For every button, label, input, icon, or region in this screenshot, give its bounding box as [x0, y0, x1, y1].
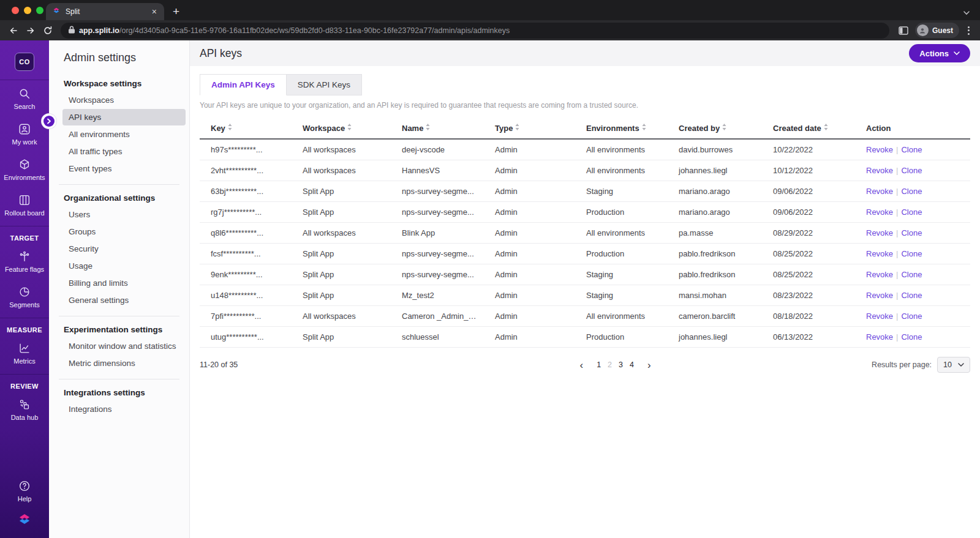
- actions-button[interactable]: Actions: [909, 44, 970, 62]
- profile-chip[interactable]: Guest: [915, 23, 959, 38]
- search-icon: [18, 87, 31, 100]
- results-range: 11-20 of 35: [200, 361, 359, 369]
- back-button[interactable]: [6, 23, 21, 39]
- tab-admin-api-keys[interactable]: Admin API Keys: [200, 74, 287, 95]
- nav-item-usage[interactable]: Usage: [62, 258, 186, 274]
- split-favicon-icon: [52, 6, 61, 17]
- sidebar-item-metrics[interactable]: Metrics: [0, 335, 49, 370]
- revoke-link[interactable]: Revoke: [866, 249, 893, 258]
- cell-environments: Staging: [575, 181, 668, 202]
- window-minimize-button[interactable]: [24, 7, 31, 14]
- tab-close-icon[interactable]: ×: [151, 7, 158, 16]
- nav-item-billing-and-limits[interactable]: Billing and limits: [62, 275, 186, 291]
- cell-key: 2vht**********...: [200, 160, 292, 181]
- revoke-link[interactable]: Revoke: [866, 145, 893, 154]
- cell-name: deej-vscode: [391, 139, 484, 160]
- new-tab-button[interactable]: +: [173, 6, 179, 17]
- nav-item-integrations[interactable]: Integrations: [62, 401, 186, 417]
- cell-type: Admin: [484, 244, 575, 264]
- cell-created-date: 09/06/2022: [762, 181, 855, 202]
- workspace-badge[interactable]: CO: [15, 53, 34, 71]
- cell-action: Revoke|Clone: [855, 244, 970, 264]
- column-header-name[interactable]: Name: [391, 117, 484, 139]
- sidebar-expand-button[interactable]: [42, 114, 56, 129]
- page-number-1[interactable]: 1: [596, 361, 601, 369]
- nav-item-monitor-window[interactable]: Monitor window and statistics: [62, 338, 186, 354]
- results-per-page-select[interactable]: 10: [937, 357, 970, 373]
- cell-workspace: Split App: [292, 181, 391, 202]
- cell-created-date: 09/06/2022: [762, 202, 855, 223]
- clone-link[interactable]: Clone: [901, 270, 922, 279]
- nav-item-general-settings[interactable]: General settings: [62, 292, 186, 308]
- sidebar-item-help[interactable]: Help: [0, 476, 49, 505]
- revoke-link[interactable]: Revoke: [866, 187, 893, 196]
- nav-item-api-keys[interactable]: API keys: [62, 109, 186, 125]
- clone-link[interactable]: Clone: [901, 332, 922, 342]
- nav-item-workspaces[interactable]: Workspaces: [62, 92, 186, 108]
- cell-name: nps-survey-segme...: [391, 202, 484, 223]
- sidebar-item-data-hub[interactable]: Data hub: [0, 391, 49, 427]
- clone-link[interactable]: Clone: [901, 312, 922, 321]
- clone-link[interactable]: Clone: [901, 145, 922, 154]
- column-header-created-by[interactable]: Created by: [668, 117, 762, 139]
- column-header-type[interactable]: Type: [484, 117, 575, 139]
- column-header-action: Action: [855, 117, 970, 139]
- column-header-key[interactable]: Key: [200, 117, 292, 139]
- clone-link[interactable]: Clone: [901, 207, 922, 217]
- nav-item-all-environments[interactable]: All environments: [62, 126, 186, 143]
- cell-action: Revoke|Clone: [855, 160, 970, 181]
- revoke-link[interactable]: Revoke: [866, 228, 893, 237]
- revoke-link[interactable]: Revoke: [866, 270, 893, 279]
- browser-tab[interactable]: Split ×: [46, 3, 164, 20]
- forward-button[interactable]: [23, 23, 39, 39]
- cell-key: fcsf**********...: [200, 244, 292, 264]
- nav-item-metric-dimensions[interactable]: Metric dimensions: [62, 355, 186, 372]
- clone-link[interactable]: Clone: [901, 291, 922, 300]
- sidebar-item-environments[interactable]: Environments: [0, 151, 49, 187]
- sidebar-item-search[interactable]: Search: [0, 80, 49, 116]
- sidebar-item-segments[interactable]: Segments: [0, 278, 49, 314]
- main-content: API keys Actions Admin API Keys SDK API …: [190, 40, 980, 538]
- tab-sdk-api-keys[interactable]: SDK API Keys: [287, 74, 362, 95]
- revoke-link[interactable]: Revoke: [866, 332, 893, 342]
- sort-icon: [642, 123, 646, 132]
- sidebar-item-feature-flags[interactable]: Feature flags: [0, 243, 49, 278]
- column-header-workspace[interactable]: Workspace: [292, 117, 391, 139]
- revoke-link[interactable]: Revoke: [866, 166, 893, 175]
- side-panel-icon[interactable]: [895, 23, 911, 39]
- clone-link[interactable]: Clone: [901, 249, 922, 258]
- page-number-4[interactable]: 4: [629, 361, 635, 369]
- nav-item-security[interactable]: Security: [62, 241, 186, 257]
- table-row: 9enk*********... Split App nps-survey-se…: [200, 264, 970, 285]
- cell-created-by: pablo.fredrikson: [668, 244, 762, 264]
- clone-link[interactable]: Clone: [901, 228, 922, 237]
- cell-key: h97s*********...: [200, 139, 292, 160]
- page-number-3[interactable]: 3: [618, 361, 624, 369]
- url-bar[interactable]: app.split.io/org/4d3405a0-9ca5-11e5-9706…: [61, 23, 889, 39]
- revoke-link[interactable]: Revoke: [866, 312, 893, 321]
- nav-item-event-types[interactable]: Event types: [62, 160, 186, 177]
- revoke-link[interactable]: Revoke: [866, 291, 893, 300]
- sidebar-item-rollout-board[interactable]: Rollout board: [0, 187, 49, 222]
- next-page-button[interactable]: ›: [640, 360, 658, 370]
- column-header-created-date[interactable]: Created date: [762, 117, 855, 139]
- window-controls[interactable]: [12, 7, 43, 14]
- column-header-environments[interactable]: Environments: [575, 117, 668, 139]
- clone-link[interactable]: Clone: [901, 166, 922, 175]
- cell-created-by: johannes.liegl: [668, 327, 762, 348]
- sort-icon: [824, 123, 828, 132]
- nav-item-all-traffic-types[interactable]: All traffic types: [62, 143, 186, 160]
- cell-name: nps-survey-segme...: [391, 244, 484, 264]
- revoke-link[interactable]: Revoke: [866, 207, 893, 217]
- reload-button[interactable]: [40, 23, 56, 39]
- section-workspace-settings: Workspace settings: [49, 74, 189, 92]
- nav-item-users[interactable]: Users: [62, 206, 186, 223]
- previous-page-button[interactable]: ‹: [572, 360, 590, 370]
- window-zoom-button[interactable]: [36, 7, 43, 14]
- window-close-button[interactable]: [12, 7, 19, 14]
- browser-menu-icon[interactable]: [963, 26, 974, 35]
- tab-search-chevron-icon[interactable]: [963, 7, 970, 18]
- rollout-board-icon: [18, 193, 31, 207]
- nav-item-groups[interactable]: Groups: [62, 223, 186, 240]
- clone-link[interactable]: Clone: [901, 187, 922, 196]
